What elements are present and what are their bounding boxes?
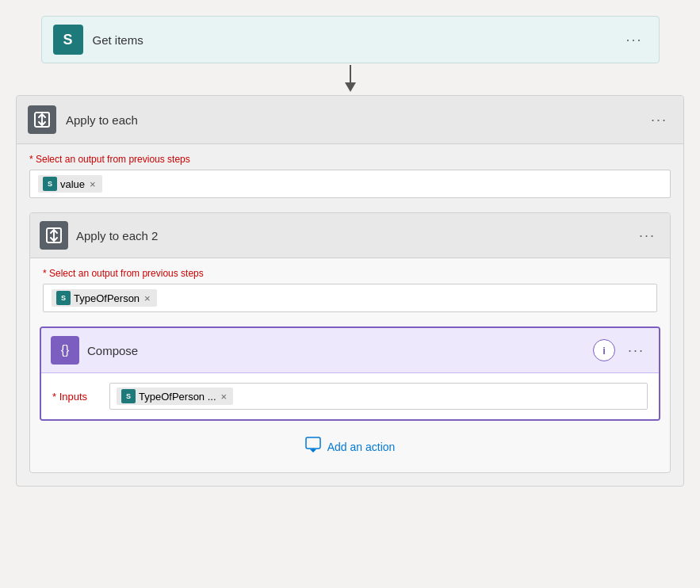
apply-each-inner-title: Apply to each 2: [76, 229, 626, 242]
apply-each-outer-header: Apply to each ···: [17, 96, 683, 144]
get-items-block: S Get items ···: [41, 16, 660, 63]
apply-each-outer-block: Apply to each ··· * Select an output fro…: [16, 95, 684, 487]
apply-each-outer-select-section: * Select an output from previous steps S…: [17, 144, 683, 204]
compose-info-button[interactable]: i: [593, 339, 615, 361]
get-items-title: Get items: [93, 33, 612, 47]
apply-each-inner-header: Apply to each 2 ···: [30, 213, 670, 258]
compose-more-button[interactable]: ···: [623, 340, 649, 361]
apply-each-inner-tag-value: TypeOfPerson: [74, 292, 140, 304]
compose-header: {} Compose i ···: [41, 328, 659, 373]
apply-each-outer-value-tag: S value ×: [38, 175, 102, 193]
flow-canvas: S Get items ··· Apply to each ···: [16, 16, 684, 572]
svg-rect-6: [306, 437, 320, 449]
apply-each-outer-title: Apply to each: [66, 113, 637, 127]
apply-each-inner-more-button[interactable]: ···: [634, 225, 660, 246]
loop-icon-svg: [33, 111, 51, 128]
compose-body: * Inputs S TypeOfPerson ... ×: [41, 373, 659, 419]
apply-each-outer-more-button[interactable]: ···: [646, 109, 672, 130]
apply-each-inner-tag-icon: S: [56, 291, 71, 305]
apply-each-inner-block: Apply to each 2 ··· * Select an output f…: [29, 212, 671, 473]
apply-each-outer-tag-remove[interactable]: ×: [88, 179, 98, 189]
apply-each-outer-tag-icon: S: [43, 177, 57, 191]
add-action-row[interactable]: Add an action: [30, 421, 670, 463]
get-items-more-button[interactable]: ···: [621, 29, 647, 50]
apply-each-outer-loop-icon: [28, 105, 56, 134]
apply-each-inner-value-tag: S TypeOfPerson ×: [52, 289, 157, 307]
apply-each-inner-tag-remove[interactable]: ×: [143, 293, 152, 304]
add-action-icon: [305, 437, 321, 456]
svg-marker-8: [310, 449, 316, 452]
down-arrow-icon: [342, 65, 358, 94]
compose-inputs-tag-remove[interactable]: ×: [220, 391, 229, 402]
apply-each-inner-select-label: * Select an output from previous steps: [43, 268, 657, 279]
apply-each-inner-loop-icon: [40, 221, 68, 250]
apply-each-outer-tag-value: value: [60, 178, 85, 190]
add-action-text: Add an action: [327, 441, 396, 453]
apply-each-outer-tag-container[interactable]: S value ×: [29, 170, 671, 198]
compose-inputs-field[interactable]: S TypeOfPerson ... ×: [109, 383, 648, 410]
arrow-connector: [342, 63, 358, 95]
compose-inputs-tag: S TypeOfPerson ... ×: [117, 388, 233, 405]
add-action-svg-icon: [305, 437, 321, 452]
compose-icon: {}: [51, 336, 79, 365]
compose-inputs-label: * Inputs: [52, 391, 100, 403]
apply-each-outer-select-label: * Select an output from previous steps: [29, 154, 671, 165]
svg-marker-1: [345, 82, 356, 92]
loop-icon-inner-svg: [45, 227, 63, 244]
compose-inputs-tag-icon: S: [121, 389, 136, 403]
compose-block: {} Compose i ··· * Inputs S: [40, 326, 660, 421]
apply-each-inner-select-section: * Select an output from previous steps S…: [30, 258, 670, 319]
compose-title: Compose: [87, 344, 585, 357]
get-items-icon: S: [53, 25, 83, 55]
apply-each-inner-tag-container[interactable]: S TypeOfPerson ×: [43, 284, 657, 312]
compose-inputs-tag-value: TypeOfPerson ...: [139, 391, 216, 403]
